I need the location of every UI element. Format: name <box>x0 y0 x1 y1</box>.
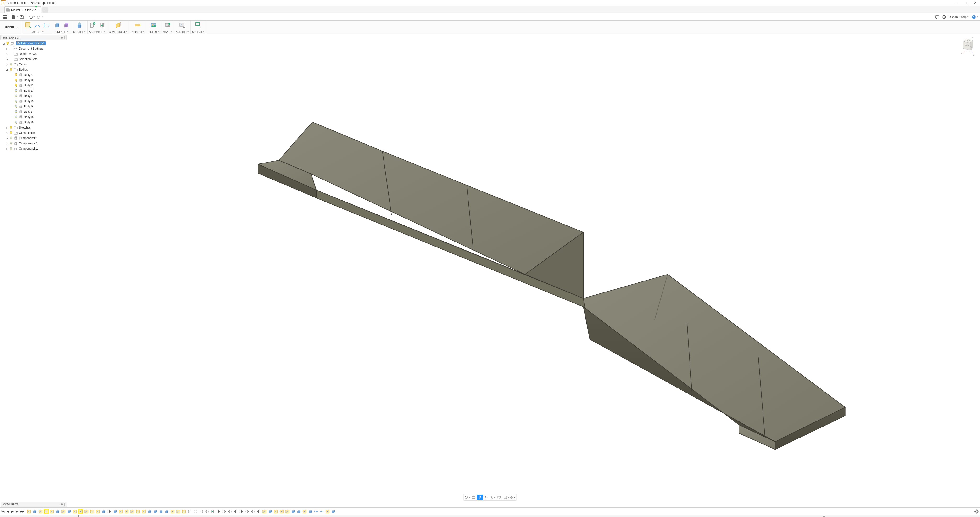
timeline-feature[interactable] <box>84 509 89 514</box>
notifications-button[interactable] <box>934 14 940 20</box>
visibility-bulb-icon[interactable] <box>14 115 18 119</box>
visibility-bulb-icon[interactable] <box>14 100 18 103</box>
grid-settings-button[interactable]: ▼ <box>504 495 509 500</box>
model-canvas[interactable] <box>0 35 980 450</box>
visibility-bulb-icon[interactable] <box>10 136 13 140</box>
visibility-bulb-icon[interactable] <box>10 63 13 66</box>
expand-toggle-icon[interactable]: ▷ <box>6 63 8 66</box>
press-pull-button[interactable] <box>76 22 83 29</box>
timeline-play-button[interactable]: ▶ <box>11 510 14 514</box>
undo-button[interactable] <box>27 14 34 20</box>
tree-item-body[interactable]: Body8 <box>2 72 66 78</box>
timeline-feature[interactable] <box>187 509 192 514</box>
tree-item-body[interactable]: Body20 <box>2 120 66 125</box>
timeline-feature[interactable] <box>158 509 164 514</box>
timeline-feature[interactable] <box>313 509 319 514</box>
timeline-feature[interactable] <box>26 509 32 514</box>
timeline-feature[interactable] <box>290 509 296 514</box>
expand-toggle-icon[interactable]: ◢ <box>2 42 5 45</box>
pan-button[interactable] <box>477 495 483 500</box>
tree-item[interactable]: ▷ Origin <box>2 62 66 67</box>
visibility-bulb-icon[interactable] <box>10 147 13 150</box>
visibility-bulb-icon[interactable] <box>14 94 18 98</box>
comments-panel-header[interactable]: COMMENTS <box>1 502 67 507</box>
visibility-bulb-icon[interactable] <box>10 126 13 129</box>
timeline-feature[interactable] <box>107 509 112 514</box>
timeline-feature[interactable] <box>279 509 284 514</box>
timeline-feature[interactable] <box>210 509 215 514</box>
timeline-step-back-button[interactable]: ◀ <box>6 510 10 514</box>
tree-item-body[interactable]: Body10 <box>2 78 66 83</box>
timeline-feature[interactable] <box>319 509 325 514</box>
timeline-feature[interactable] <box>118 509 124 514</box>
rectangle-tool-button[interactable] <box>43 22 50 29</box>
timeline-feature[interactable] <box>124 509 129 514</box>
visibility-bulb-icon[interactable] <box>14 73 18 77</box>
timeline-feature[interactable] <box>67 509 72 514</box>
timeline-marker[interactable] <box>823 515 825 517</box>
tree-item[interactable]: ▷ Construction <box>2 130 66 136</box>
timeline-feature[interactable] <box>101 509 106 514</box>
insert-derive-button[interactable] <box>150 22 158 29</box>
ribbon-group-label[interactable]: CREATE▼ <box>55 30 68 34</box>
timeline-feature[interactable] <box>245 509 250 514</box>
timeline-feature[interactable] <box>78 509 83 514</box>
ribbon-group-label[interactable]: INSPECT▼ <box>131 30 145 34</box>
workspace-switcher[interactable]: MODEL ▼ <box>0 21 23 34</box>
timeline-scrubber[interactable] <box>78 515 79 517</box>
dropdown-caret-icon[interactable]: ▼ <box>41 16 43 18</box>
visibility-bulb-icon[interactable] <box>14 89 18 93</box>
scripts-button[interactable]: >_ <box>178 22 186 29</box>
create-sketch-button[interactable] <box>24 22 32 29</box>
tree-item-body[interactable]: Body16 <box>2 104 66 109</box>
3d-print-button[interactable] <box>164 22 172 29</box>
timeline-track[interactable] <box>0 515 980 517</box>
ribbon-group-label[interactable]: MODIFY▼ <box>73 30 86 34</box>
visibility-bulb-icon[interactable] <box>14 110 18 113</box>
expand-toggle-icon[interactable]: ▷ <box>6 126 8 129</box>
tree-item-body[interactable]: Body14 <box>2 93 66 99</box>
job-status-button[interactable] <box>940 14 947 20</box>
timeline-feature[interactable] <box>199 509 204 514</box>
timeline-feature[interactable] <box>325 509 330 514</box>
timeline-feature[interactable] <box>38 509 43 514</box>
timeline-feature[interactable] <box>233 509 238 514</box>
tree-item[interactable]: ▷ Component1:1 <box>2 136 66 141</box>
new-component-button[interactable]: + <box>89 22 97 29</box>
timeline-feature[interactable] <box>72 509 78 514</box>
expand-toggle-icon[interactable]: ▷ <box>6 142 8 145</box>
timeline-feature[interactable] <box>61 509 66 514</box>
help-button[interactable]: ? <box>970 14 977 20</box>
ribbon-group-label[interactable]: MAKE▼ <box>163 30 172 34</box>
visibility-bulb-icon[interactable] <box>10 142 13 145</box>
visibility-bulb-icon[interactable] <box>14 78 18 82</box>
timeline-feature[interactable] <box>331 509 336 514</box>
timeline-feature[interactable] <box>221 509 227 514</box>
close-button[interactable]: ✕ <box>970 0 980 6</box>
timeline-feature[interactable] <box>267 509 273 514</box>
timeline-start-button[interactable]: I◀ <box>1 510 5 514</box>
expand-toggle-icon[interactable]: ▷ <box>6 47 8 50</box>
timeline-feature[interactable] <box>113 509 118 514</box>
browser-panel-header[interactable]: ◀◀ BROWSER <box>0 35 67 40</box>
orbit-button[interactable]: ▼ <box>465 495 470 500</box>
timeline-feature[interactable] <box>55 509 60 514</box>
timeline-feature[interactable] <box>43 509 49 514</box>
visibility-bulb-icon[interactable] <box>14 121 18 124</box>
tree-item-body[interactable]: Body15 <box>2 99 66 104</box>
data-panel-button[interactable] <box>2 14 8 20</box>
fit-button[interactable]: ▼ <box>490 495 495 500</box>
ribbon-group-label[interactable]: SKETCH▼ <box>31 30 44 34</box>
timeline-feature[interactable] <box>285 509 290 514</box>
minimize-button[interactable]: — <box>951 0 961 6</box>
joint-button[interactable] <box>98 22 106 29</box>
line-tool-button[interactable] <box>33 22 41 29</box>
visibility-bulb-icon[interactable] <box>14 84 18 87</box>
tree-item-body[interactable]: Body17 <box>2 109 66 115</box>
timeline-feature[interactable] <box>164 509 169 514</box>
timeline-feature[interactable] <box>32 509 37 514</box>
ribbon-group-label[interactable]: ADD-INS▼ <box>176 30 189 34</box>
panel-resize-icon[interactable] <box>64 36 65 39</box>
file-menu-button[interactable] <box>10 14 17 20</box>
timeline-feature[interactable] <box>302 509 307 514</box>
